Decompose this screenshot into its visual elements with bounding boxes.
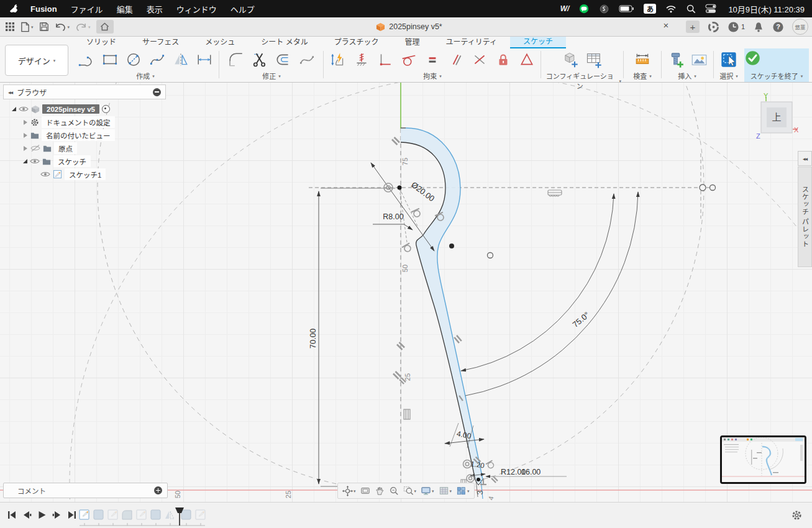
viewcube[interactable]: 上 Y X Z xyxy=(754,92,811,148)
angle-dimension-label[interactable]: 75.0° xyxy=(571,310,591,329)
height-dimension-label[interactable]: 70.00 xyxy=(308,329,317,349)
tab-utilities[interactable]: ユーティリティ xyxy=(432,36,510,48)
browser-row-doc-settings[interactable]: ドキュメントの設定 xyxy=(23,116,166,129)
job-status-button[interactable]: 1 xyxy=(728,21,745,33)
extensions-icon[interactable] xyxy=(708,21,719,33)
save-button[interactable] xyxy=(39,22,49,32)
finish-sketch-button[interactable] xyxy=(744,58,761,68)
sketch-palette-tab[interactable]: スケッチ パレット xyxy=(798,166,812,267)
new-tab-button[interactable]: + xyxy=(686,20,700,33)
line-tool-button[interactable] xyxy=(76,49,97,70)
timeline-feature-sketch[interactable] xyxy=(196,510,205,519)
control-center-icon[interactable] xyxy=(705,4,716,14)
expand-caret-icon[interactable] xyxy=(23,159,27,163)
collap sed-caret-icon[interactable] xyxy=(23,146,28,151)
notifications-bell-icon[interactable] xyxy=(753,21,764,33)
menu-view[interactable]: 表示 xyxy=(147,3,163,15)
menu-window[interactable]: ウィンドウ xyxy=(176,3,217,15)
timeline-feature-fillet[interactable] xyxy=(122,511,132,519)
look-at-button[interactable] xyxy=(359,486,372,496)
browser-row-sketch1[interactable]: スケッチ1 xyxy=(40,168,166,181)
zoom-window-button[interactable]: ▾ xyxy=(402,486,418,496)
close-tab-icon[interactable]: × xyxy=(660,20,672,30)
timeline-feature-body[interactable] xyxy=(181,510,191,519)
spotlight-search-icon[interactable] xyxy=(686,4,696,14)
inspect-group-dropdown[interactable]: 検査▾ xyxy=(625,71,660,81)
select-group-dropdown[interactable]: 選択▾ xyxy=(714,71,743,81)
timeline-feature-body[interactable] xyxy=(151,510,160,519)
zoom-button[interactable] xyxy=(388,486,400,496)
document-title[interactable]: 2025pinsey v5* xyxy=(389,22,442,31)
length-dimension-label[interactable]: 16.00 xyxy=(521,468,541,476)
wifi-icon[interactable] xyxy=(665,4,677,13)
input-source-icon[interactable]: あ xyxy=(644,4,656,14)
visibility-eye-icon[interactable] xyxy=(41,173,50,176)
browser-header[interactable]: ◀◀ ブラウザ xyxy=(3,84,166,99)
measure-button[interactable] xyxy=(632,49,653,70)
parallel-constraint-button[interactable] xyxy=(445,49,467,70)
timeline-feature-sketch[interactable] xyxy=(137,510,146,519)
configuration-table-button[interactable] xyxy=(583,49,604,70)
circle-tool-button[interactable] xyxy=(123,49,144,70)
browser-row-named-views[interactable]: 名前の付いたビュー xyxy=(23,129,166,142)
named-views-label[interactable]: 名前の付いたビュー xyxy=(42,129,115,141)
undo-button[interactable]: ▾ xyxy=(55,22,70,32)
browser-row-origin[interactable]: 原点 xyxy=(23,142,166,155)
sketch-dimension-button[interactable] xyxy=(327,49,349,70)
visibility-eye-icon[interactable] xyxy=(30,160,39,163)
display-settings-button[interactable]: ▾ xyxy=(419,486,436,496)
grid-settings-button[interactable]: ▾ xyxy=(437,486,454,496)
collapsed-caret-icon[interactable] xyxy=(23,120,28,125)
screen-preview-minimap[interactable] xyxy=(720,435,806,484)
tab-mesh[interactable]: メッシュ xyxy=(192,36,248,48)
tip-dimension-label[interactable]: 1.20 xyxy=(470,460,485,470)
apple-menu[interactable] xyxy=(10,4,19,14)
edit-curve-tool-button[interactable] xyxy=(296,49,317,70)
timeline-feature-sketch[interactable] xyxy=(108,510,117,519)
symmetry-constraint-button[interactable] xyxy=(469,49,490,70)
home-view-button[interactable] xyxy=(96,20,114,34)
create-group-dropdown[interactable]: 作成▾ xyxy=(72,71,219,81)
step-forward-button[interactable] xyxy=(52,511,62,519)
user-avatar[interactable]: 悠韮 xyxy=(792,19,808,35)
finish-sketch-dropdown[interactable]: スケッチを終了▾ xyxy=(744,71,809,81)
collapsed-caret-icon[interactable] xyxy=(23,133,28,138)
tab-surface[interactable]: サーフェス xyxy=(129,36,192,48)
timeline-feature-sketch1[interactable] xyxy=(80,510,89,519)
select-button[interactable] xyxy=(718,49,739,70)
collapse-browser-icon[interactable]: ◀◀ xyxy=(8,90,12,94)
step-back-button[interactable] xyxy=(22,511,32,519)
rectangle-tool-button[interactable] xyxy=(99,49,121,70)
configuration-group-dropdown[interactable]: コンフィギュレーション▾ xyxy=(543,71,621,91)
add-comment-icon[interactable] xyxy=(154,486,162,494)
menu-help[interactable]: ヘルプ xyxy=(230,3,255,15)
tab-sketch[interactable]: スケッチ xyxy=(510,36,566,48)
play-button[interactable] xyxy=(37,511,47,519)
battery-icon[interactable] xyxy=(619,4,634,13)
tangent-constraint-button[interactable] xyxy=(398,49,419,70)
expand-palette-icon[interactable]: ◀◀ xyxy=(798,151,812,166)
offset-tool-button[interactable] xyxy=(273,49,294,70)
doc-settings-label[interactable]: ドキュメントの設定 xyxy=(42,116,115,128)
tab-sheetmetal[interactable]: シート メタル xyxy=(248,36,321,48)
browser-row-root[interactable]: 2025pinsey v5 xyxy=(12,102,166,116)
browser-row-sketches[interactable]: スケッチ xyxy=(23,155,166,168)
finish-sketch-group[interactable]: スケッチを終了▾ xyxy=(744,48,809,82)
lock-constraint-button[interactable] xyxy=(493,49,514,70)
spline-tool-button[interactable] xyxy=(147,49,168,70)
skip-to-start-button[interactable] xyxy=(7,511,17,519)
tab-manage[interactable]: 管理 xyxy=(391,36,432,48)
coincident-constraint-button[interactable] xyxy=(351,49,372,70)
origin-label[interactable]: 原点 xyxy=(54,142,77,154)
root-component-label[interactable]: 2025pinsey v5 xyxy=(42,104,99,114)
insert-image-button[interactable] xyxy=(688,49,709,70)
fillet-tool-button[interactable] xyxy=(226,49,247,70)
midpoint-constraint-button[interactable] xyxy=(516,49,537,70)
insert-component-button[interactable] xyxy=(665,49,686,70)
visibility-off-eye-icon[interactable] xyxy=(31,145,40,152)
menu-app-name[interactable]: Fusion xyxy=(30,4,57,14)
skip-to-end-button[interactable] xyxy=(67,511,76,519)
diameter-dimension-label[interactable]: Ø20.00 xyxy=(409,180,436,204)
expand-caret-icon[interactable] xyxy=(12,107,16,111)
timeline-feature-mirror[interactable] xyxy=(165,511,174,519)
